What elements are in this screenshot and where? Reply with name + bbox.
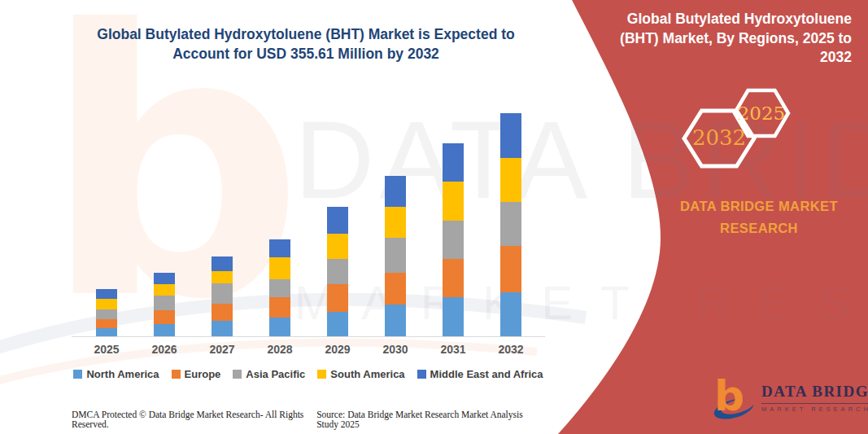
brand-text-line2: RESEARCH xyxy=(667,217,851,239)
bar-segment-2026 xyxy=(154,310,175,324)
brand-text-line1: DATA BRIDGE MARKET xyxy=(667,195,851,217)
bar-2028 xyxy=(269,239,290,336)
data-bridge-logo-icon: b xyxy=(713,373,755,420)
bar-segment-2029 xyxy=(327,234,348,259)
legend-item: Asia Pacific xyxy=(233,368,305,380)
bar-segment-2031 xyxy=(443,221,464,259)
bar-segment-2028 xyxy=(269,318,290,336)
bar-segment-2025 xyxy=(96,289,117,299)
bar-segment-2031 xyxy=(443,259,464,297)
x-axis-label-2031: 2031 xyxy=(430,343,476,356)
logo-divider xyxy=(761,403,868,404)
bar-segment-2025 xyxy=(96,328,117,336)
bar-segment-2028 xyxy=(269,257,290,279)
bar-segment-2030 xyxy=(385,176,406,207)
footer: DMCA Protected © Data Bridge Market Rese… xyxy=(72,410,543,429)
bar-segment-2028 xyxy=(269,279,290,297)
bar-segment-2030 xyxy=(385,207,406,238)
bar-segment-2027 xyxy=(212,271,233,283)
data-bridge-logo: b DATA BRIDGE MARKET RESEARCH xyxy=(713,373,868,420)
main-title-line2: Account for USD 355.61 Million by 2032 xyxy=(77,44,534,64)
x-axis-label-2026: 2026 xyxy=(142,343,187,356)
bar-segment-2025 xyxy=(96,319,117,328)
x-axis-label-2030: 2030 xyxy=(373,343,418,356)
bar-2027 xyxy=(212,256,233,336)
bar-segment-2027 xyxy=(212,304,233,321)
legend-swatch-icon xyxy=(172,370,181,379)
bar-segment-2032 xyxy=(500,246,521,292)
bar-segment-2026 xyxy=(154,284,175,296)
side-panel-title-line2: (BHT) Market, By Regions, 2025 to xyxy=(602,29,852,49)
legend-label: Middle East and Africa xyxy=(430,368,543,380)
x-axis-labels: 20252026202720282029203020312032 xyxy=(72,343,545,359)
legend-label: Asia Pacific xyxy=(246,368,305,380)
bar-segment-2028 xyxy=(269,297,290,318)
hexagon-large-year: 2032 xyxy=(692,125,746,150)
bar-segment-2026 xyxy=(154,273,175,284)
chart-legend: North AmericaEuropeAsia PacificSouth Ame… xyxy=(72,368,545,380)
bar-segment-2032 xyxy=(500,158,521,202)
logo-subtitle: MARKET RESEARCH xyxy=(761,406,868,413)
bar-segment-2030 xyxy=(385,305,406,336)
main-title-line1: Global Butylated Hydroxytoluene (BHT) Ma… xyxy=(77,24,534,44)
bar-segment-2030 xyxy=(385,273,406,305)
bar-segment-2025 xyxy=(96,299,117,309)
bar-segment-2029 xyxy=(327,259,348,284)
logo-texts: DATA BRIDGE MARKET RESEARCH xyxy=(761,373,868,413)
bar-segment-2031 xyxy=(443,143,464,182)
footer-dmca-text: DMCA Protected © Data Bridge Market Rese… xyxy=(72,410,316,429)
legend-swatch-icon xyxy=(317,370,326,379)
bar-2030 xyxy=(385,176,406,336)
bar-segment-2031 xyxy=(443,182,464,221)
bar-segment-2029 xyxy=(327,284,348,312)
bar-2025 xyxy=(96,289,117,336)
x-axis-line xyxy=(72,336,545,337)
bar-2032 xyxy=(500,113,521,336)
logo-name: DATA BRIDGE xyxy=(761,383,868,401)
bar-segment-2029 xyxy=(327,207,348,234)
side-panel-title-line1: Global Butylated Hydroxytoluene xyxy=(602,10,852,29)
bar-segment-2026 xyxy=(154,296,175,310)
legend-item: South America xyxy=(317,368,404,380)
legend-label: Europe xyxy=(185,368,221,380)
bar-chart xyxy=(72,104,545,336)
hexagon-badge-2032: 2032 xyxy=(684,111,754,166)
x-axis-label-2032: 2032 xyxy=(488,343,534,356)
infographic-page: b DATA BRIDGE MARKET RESEARCH Global But… xyxy=(0,0,868,434)
bar-segment-2027 xyxy=(212,321,233,336)
x-axis-label-2027: 2027 xyxy=(199,343,245,356)
hexagon-badges: 2025 2032 xyxy=(674,84,868,186)
bar-segment-2025 xyxy=(96,309,117,319)
bar-segment-2027 xyxy=(212,256,233,271)
legend-item: Europe xyxy=(172,368,221,380)
legend-item: North America xyxy=(73,368,159,380)
bar-segment-2031 xyxy=(443,297,464,336)
bar-2031 xyxy=(443,143,464,336)
bar-2026 xyxy=(154,273,175,336)
legend-swatch-icon xyxy=(73,370,82,379)
bar-segment-2029 xyxy=(327,312,348,336)
legend-item: Middle East and Africa xyxy=(417,368,543,380)
legend-label: South America xyxy=(330,368,404,380)
bar-segment-2028 xyxy=(269,239,290,257)
svg-text:b: b xyxy=(714,373,744,420)
x-axis-label-2025: 2025 xyxy=(84,343,129,356)
side-panel-title-line3: 2032 xyxy=(602,48,852,68)
brand-text: DATA BRIDGE MARKET RESEARCH xyxy=(667,195,851,239)
bar-segment-2027 xyxy=(212,283,233,304)
bar-segment-2032 xyxy=(500,202,521,246)
bar-2029 xyxy=(327,207,348,336)
x-axis-label-2028: 2028 xyxy=(257,343,303,356)
footer-source-text: Source: Data Bridge Market Research Mark… xyxy=(316,410,543,429)
legend-swatch-icon xyxy=(233,370,242,379)
main-title: Global Butylated Hydroxytoluene (BHT) Ma… xyxy=(77,24,534,64)
side-panel-title: Global Butylated Hydroxytoluene (BHT) Ma… xyxy=(602,10,852,68)
legend-swatch-icon xyxy=(417,370,426,379)
bar-segment-2032 xyxy=(500,292,521,336)
x-axis-label-2029: 2029 xyxy=(315,343,360,356)
bar-segment-2026 xyxy=(154,324,175,336)
bar-segment-2032 xyxy=(500,113,521,158)
legend-label: North America xyxy=(86,368,159,380)
bar-segment-2030 xyxy=(385,238,406,273)
